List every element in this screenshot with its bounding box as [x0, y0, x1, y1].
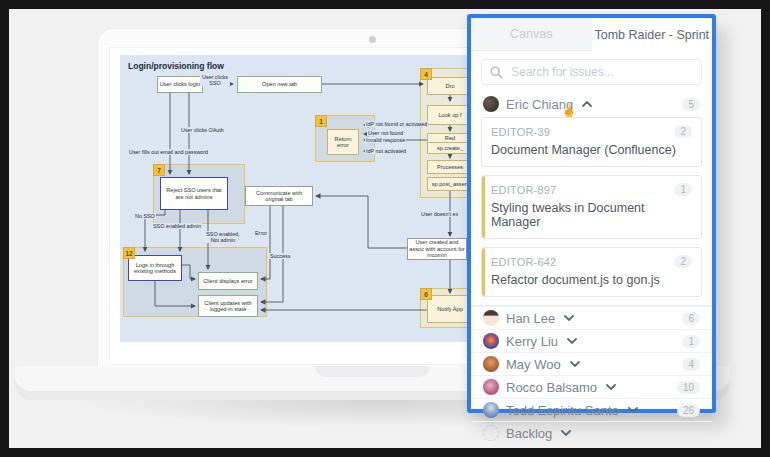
avatar-rocco-balsamo	[483, 379, 499, 395]
issue-card-editor-642[interactable]: EDITOR-642 2 Refactor document.js to gon…	[481, 247, 702, 297]
search-box[interactable]	[481, 59, 702, 85]
group-tag-7: 7	[153, 164, 165, 176]
chevron-down-icon[interactable]	[628, 407, 638, 413]
edge-label-user-clicks-sso: User clicks SSO	[200, 74, 230, 86]
assignee-name: Todd Espiritu Santo	[506, 403, 619, 418]
group-tag-1: 1	[315, 115, 327, 127]
node-sp-create[interactable]: sp.create_	[427, 142, 470, 154]
avatar-todd-espiritu-santo	[483, 402, 499, 418]
edge-label-fills-email-password: User fills out email and password	[128, 149, 209, 155]
edge-label-no-sso: No SSO	[134, 213, 156, 219]
node-user-clicks-login[interactable]: User clicks login	[157, 76, 203, 93]
issue-title: Document Manager (Confluence)	[491, 143, 692, 157]
node-look-up[interactable]: Look up f	[427, 105, 470, 125]
avatar-may-woo	[483, 356, 499, 372]
node-return-error[interactable]: Return error	[327, 129, 359, 155]
chevron-down-icon[interactable]	[564, 315, 574, 321]
edge-label-idp-not-activated: IdP not activated	[365, 148, 407, 154]
edge-label-user-not-found: User not found	[367, 130, 404, 136]
issue-count-badge: 2	[674, 125, 692, 138]
search-input[interactable]	[509, 64, 693, 80]
issue-count-badge: 10	[677, 381, 700, 394]
chevron-down-icon[interactable]	[561, 430, 571, 436]
assignee-row-may-woo[interactable]: May Woo 4	[471, 352, 712, 375]
issue-key: EDITOR-39	[491, 126, 550, 138]
issue-count-badge: 2	[674, 255, 692, 268]
node-reject-sso-users[interactable]: Reject SSO users that are not admins	[160, 177, 228, 210]
assignee-name: Backlog	[506, 426, 552, 441]
backlog-dashed-circle-icon	[483, 425, 499, 441]
search-icon	[490, 66, 503, 79]
issue-count-badge: 1	[682, 335, 700, 348]
issues-panel: Canvas Tomb Raider - Sprint Eric Chiang …	[467, 14, 716, 413]
chevron-up-icon[interactable]	[582, 101, 592, 107]
laptop-base-notch	[315, 366, 430, 377]
panel-tabs: Canvas Tomb Raider - Sprint	[471, 18, 712, 51]
issue-card-editor-39[interactable]: EDITOR-39 2 Document Manager (Confluence…	[481, 117, 702, 167]
assignee-row-han-lee[interactable]: Han Lee 6	[471, 306, 712, 329]
assignee-name: Rocco Balsamo	[506, 380, 597, 395]
issue-count-badge: 5	[682, 98, 700, 111]
issue-count-badge: 4	[682, 358, 700, 371]
edge-label-error: Error	[254, 230, 268, 236]
edge-label-success: Success	[269, 253, 291, 259]
edge-label-user-doesnt-exist: User doesn't ex	[420, 211, 459, 217]
group-tag-4: 4	[420, 68, 432, 80]
chevron-down-icon[interactable]	[567, 338, 577, 344]
diagram-canvas: Login/provisioning flow	[120, 55, 470, 342]
node-dro[interactable]: Dro	[427, 77, 470, 95]
node-processes[interactable]: Processes	[427, 160, 470, 174]
node-communicate-original-tab[interactable]: Communicate with original tab	[245, 186, 313, 206]
avatar-han-lee	[483, 310, 499, 326]
tab-tomb-raider-sprint[interactable]: Tomb Raider - Sprint	[592, 18, 713, 51]
edge-label-idp-not-found: IdP not found or activated	[365, 121, 428, 127]
issue-card-editor-897[interactable]: EDITOR-897 1 Styling tweaks in Document …	[481, 175, 702, 239]
assignee-row-kerry-liu[interactable]: Kerry Liu 1	[471, 329, 712, 352]
edge-label-invalid-response: Invalid response	[365, 137, 406, 143]
issue-title: Refactor document.js to gon.js	[491, 273, 692, 287]
node-open-new-tab[interactable]: Open new tab	[237, 76, 322, 93]
assignee-row-todd-espiritu-santo[interactable]: Todd Espiritu Santo 26	[471, 398, 712, 421]
assignee-row-rocco-balsamo[interactable]: Rocco Balsamo 10	[471, 375, 712, 398]
avatar-kerry-liu	[483, 333, 499, 349]
node-sp-post-assert[interactable]: sp.post_assert	[427, 177, 470, 191]
webcam-dot-icon	[369, 36, 376, 43]
node-client-updates-state[interactable]: Client updates with logged-in state	[198, 295, 258, 317]
edge-label-sso-enabled-admin: SSO enabled admin	[152, 223, 202, 229]
chevron-down-icon[interactable]	[570, 361, 580, 367]
chevron-down-icon[interactable]	[606, 384, 616, 390]
node-notify-app[interactable]: Notify App	[427, 295, 470, 323]
issue-count-badge: 26	[677, 404, 700, 417]
issue-title: Styling tweaks in Document Manager	[491, 201, 692, 229]
issue-key: EDITOR-897	[491, 184, 556, 196]
assignee-name: Han Lee	[506, 311, 555, 326]
issue-count-badge: 1	[674, 183, 692, 196]
avatar-eric-chiang	[483, 96, 499, 112]
node-user-created-associated[interactable]: User created and assoc with account for …	[407, 238, 467, 260]
issue-count-badge: 6	[682, 312, 700, 325]
assignee-list: Eric Chiang 5 ☝ EDITOR-39 2 Document Man…	[471, 91, 712, 444]
issue-key: EDITOR-642	[491, 256, 556, 268]
node-client-displays-error[interactable]: Client displays error	[198, 272, 258, 290]
tab-canvas[interactable]: Canvas	[471, 18, 592, 51]
edge-label-user-clicks-oauth: User clicks OAuth	[180, 127, 225, 133]
node-logs-in-existing[interactable]: Logs in through existing methods	[128, 255, 182, 281]
assignee-name: Kerry Liu	[506, 334, 558, 349]
assignee-row-backlog[interactable]: Backlog	[471, 421, 712, 444]
group-tag-12: 12	[123, 247, 135, 259]
assignee-row-eric-chiang[interactable]: Eric Chiang 5 ☝	[471, 91, 712, 117]
assignee-name: May Woo	[506, 357, 561, 372]
edge-label-sso-enabled-not-admin: SSO enabled, Not admin	[202, 231, 244, 243]
screenshot-stage: Login/provisioning flow	[0, 0, 770, 457]
issue-cards: EDITOR-39 2 Document Manager (Confluence…	[471, 117, 712, 297]
group-tag-6: 6	[420, 288, 432, 300]
